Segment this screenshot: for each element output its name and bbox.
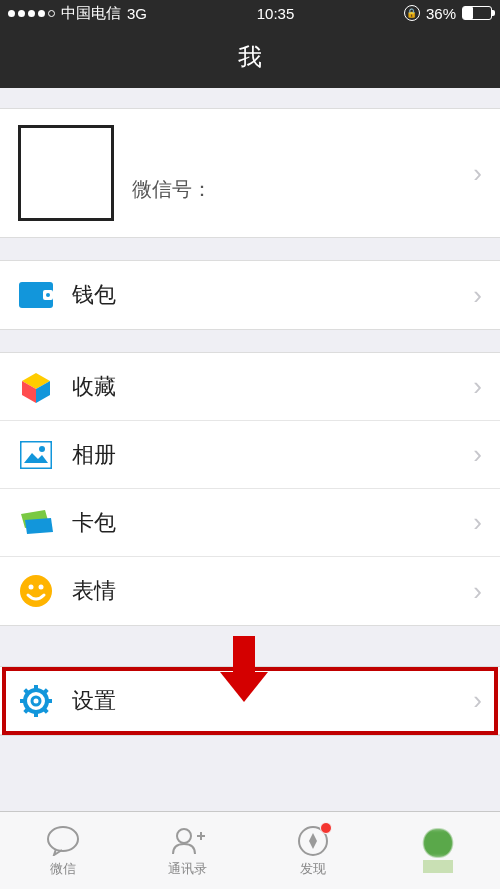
tab-bar: 微信 通讯录 发现 bbox=[0, 811, 500, 889]
chevron-right-icon: › bbox=[473, 507, 482, 538]
page-title: 我 bbox=[238, 41, 262, 73]
carrier-label: 中国电信 bbox=[61, 4, 121, 23]
nav-bar: 我 bbox=[0, 26, 500, 88]
svg-point-23 bbox=[177, 829, 191, 843]
svg-marker-27 bbox=[309, 833, 317, 849]
svg-point-22 bbox=[48, 827, 78, 851]
rotation-lock-icon: 🔒 bbox=[404, 5, 420, 21]
svg-point-2 bbox=[46, 293, 50, 297]
tab-discover[interactable]: 发现 bbox=[250, 812, 375, 889]
svg-line-21 bbox=[43, 689, 47, 693]
svg-point-8 bbox=[39, 446, 45, 452]
wallet-cell[interactable]: 钱包 › bbox=[0, 261, 500, 329]
person-icon bbox=[421, 828, 455, 858]
svg-point-11 bbox=[39, 585, 44, 590]
notification-dot-icon bbox=[320, 822, 332, 834]
clock: 10:35 bbox=[257, 5, 295, 22]
chevron-right-icon: › bbox=[473, 439, 482, 470]
tab-me-label bbox=[423, 860, 453, 873]
settings-label: 设置 bbox=[72, 686, 473, 716]
compass-icon bbox=[296, 824, 330, 858]
svg-point-10 bbox=[29, 585, 34, 590]
favorites-label: 收藏 bbox=[72, 372, 473, 402]
contacts-icon bbox=[171, 824, 205, 858]
tab-discover-label: 发现 bbox=[300, 860, 326, 878]
cards-label: 卡包 bbox=[72, 508, 473, 538]
cube-icon bbox=[18, 369, 54, 405]
chevron-right-icon: › bbox=[473, 685, 482, 716]
battery-icon bbox=[462, 6, 492, 20]
cards-icon bbox=[18, 505, 54, 541]
tab-chats[interactable]: 微信 bbox=[0, 812, 125, 889]
chevron-right-icon: › bbox=[473, 280, 482, 311]
album-label: 相册 bbox=[72, 440, 473, 470]
svg-rect-6 bbox=[20, 441, 52, 469]
tab-contacts[interactable]: 通讯录 bbox=[125, 812, 250, 889]
chevron-right-icon: › bbox=[473, 371, 482, 402]
svg-marker-7 bbox=[24, 453, 48, 463]
chevron-right-icon: › bbox=[473, 576, 482, 607]
cards-cell[interactable]: 卡包 › bbox=[0, 489, 500, 557]
tab-me[interactable] bbox=[375, 812, 500, 889]
wallet-icon bbox=[18, 277, 54, 313]
network-label: 3G bbox=[127, 5, 147, 22]
stickers-cell[interactable]: 表情 › bbox=[0, 557, 500, 625]
wallet-label: 钱包 bbox=[72, 280, 473, 310]
stickers-label: 表情 bbox=[72, 576, 473, 606]
avatar bbox=[18, 125, 114, 221]
gear-icon bbox=[18, 683, 54, 719]
signal-strength-icon bbox=[8, 10, 55, 17]
svg-line-19 bbox=[43, 708, 47, 712]
svg-line-18 bbox=[25, 689, 29, 693]
album-cell[interactable]: 相册 › bbox=[0, 421, 500, 489]
profile-cell[interactable]: 微信号： › bbox=[0, 108, 500, 238]
chevron-right-icon: › bbox=[473, 158, 482, 189]
wechat-id-label: 微信号： bbox=[132, 176, 473, 203]
svg-line-20 bbox=[25, 708, 29, 712]
annotation-arrow-icon bbox=[220, 636, 268, 706]
tab-contacts-label: 通讯录 bbox=[168, 860, 207, 878]
favorites-cell[interactable]: 收藏 › bbox=[0, 353, 500, 421]
battery-percent: 36% bbox=[426, 5, 456, 22]
status-bar: 中国电信 3G 10:35 🔒 36% bbox=[0, 0, 500, 26]
image-icon bbox=[18, 437, 54, 473]
smile-icon bbox=[18, 573, 54, 609]
chat-bubble-icon bbox=[46, 824, 80, 858]
svg-point-13 bbox=[32, 697, 40, 705]
svg-point-9 bbox=[20, 575, 52, 607]
tab-chats-label: 微信 bbox=[50, 860, 76, 878]
